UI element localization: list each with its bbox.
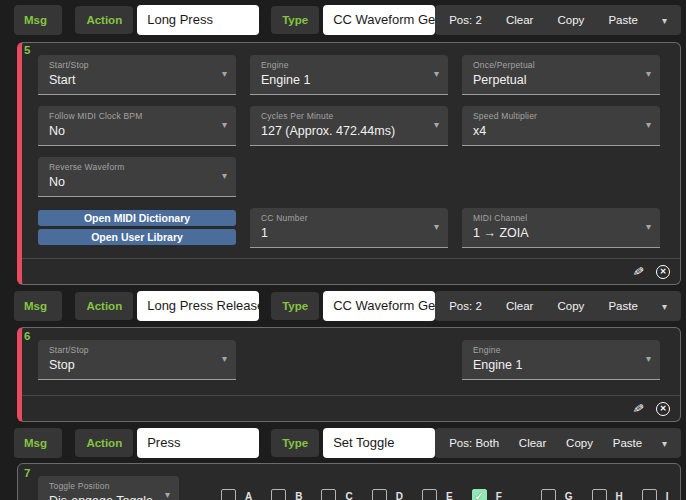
checkbox-box[interactable]: ✓ — [221, 489, 236, 500]
msg6-badge[interactable]: Msg 6 — [14, 291, 62, 321]
chevron-down-icon: ▾ — [434, 119, 439, 130]
msg5-footer: ✎ ✕ — [22, 258, 680, 284]
field-value: Engine 1 — [473, 358, 634, 372]
engine-select[interactable]: Engine Engine 1 ▾ — [462, 340, 660, 380]
checkbox-box[interactable]: ✓ — [372, 489, 387, 500]
msg6-action-pair: Action Long Press Release — [75, 291, 259, 321]
engine-select[interactable]: Engine Engine 1 ▾ — [250, 55, 448, 95]
checkbox-d[interactable]: ✓ D — [372, 489, 403, 500]
field-value: 127 (Approx. 472.44ms) — [261, 124, 422, 138]
checkbox-i[interactable]: ✓ I — [642, 489, 669, 500]
msg7-action-button[interactable]: Action — [75, 429, 133, 457]
msg5-badge[interactable]: Msg 5 — [14, 5, 62, 35]
msg5-clear-button[interactable]: Clear — [506, 14, 533, 26]
field-label: Follow MIDI Clock BPM — [49, 111, 210, 121]
checkbox-box[interactable]: ✓ — [271, 489, 286, 500]
field-label: Speed Multiplier — [473, 111, 634, 121]
checkbox-g[interactable]: ✓ G — [541, 489, 573, 500]
start-stop-select[interactable]: Start/Stop Stop ▾ — [38, 340, 236, 380]
msg7-panel: Toggle Position Dis-engage Toggle ▾ ✓ A … — [17, 463, 681, 500]
open-midi-dictionary-button[interactable]: Open MIDI Dictionary — [38, 210, 236, 226]
checkbox-box[interactable]: ✓ — [541, 489, 556, 500]
checkbox-box[interactable]: ✓ — [472, 489, 487, 500]
msg5-type-button[interactable]: Type — [271, 6, 319, 34]
field-label: Reverse Waveform — [49, 162, 210, 172]
checkbox-box[interactable]: ✓ — [422, 489, 437, 500]
checkbox-c[interactable]: ✓ C — [321, 489, 352, 500]
start-stop-select[interactable]: Start/Stop Start ▾ — [38, 55, 236, 95]
checkbox-label: B — [295, 491, 302, 500]
edit-pencil-icon[interactable]: ✎ — [632, 263, 645, 280]
checkbox-label: F — [496, 491, 502, 500]
checkbox-label: D — [396, 491, 403, 500]
checkbox-e[interactable]: ✓ E — [422, 489, 453, 500]
msg7-action-value[interactable]: Press — [137, 428, 259, 458]
msg6-clear-button[interactable]: Clear — [506, 300, 533, 312]
checkbox-f[interactable]: ✓ F — [472, 489, 502, 500]
msg5-panel: Start/Stop Start ▾ Engine Engine 1 ▾ Onc… — [17, 42, 681, 285]
checkbox-a[interactable]: ✓ A — [221, 489, 252, 500]
checkbox-label: H — [616, 491, 623, 500]
midi-channel-select[interactable]: MIDI Channel 1 → ZOIA ▾ — [462, 208, 660, 248]
field-value: Stop — [49, 358, 210, 372]
msg5-paste-button[interactable]: Paste — [608, 14, 637, 26]
delete-circle-x-icon[interactable]: ✕ — [656, 402, 670, 416]
checkbox-box[interactable]: ✓ — [321, 489, 336, 500]
msg6-paste-button[interactable]: Paste — [608, 300, 637, 312]
checkbox-box[interactable]: ✓ — [592, 489, 607, 500]
chevron-down-icon[interactable]: ▾ — [662, 301, 667, 312]
field-value: Perpetual — [473, 73, 634, 87]
field-label: Start/Stop — [49, 60, 210, 70]
chevron-down-icon: ▾ — [646, 68, 651, 79]
checkbox-box[interactable]: ✓ — [642, 489, 657, 500]
field-label: Engine — [261, 60, 422, 70]
checkbox-label: G — [565, 491, 573, 500]
msg7-type-pair: Type Set Toggle — [271, 428, 435, 458]
msg5-copy-button[interactable]: Copy — [557, 14, 584, 26]
field-value: Dis-engage Toggle — [49, 494, 153, 500]
msg5-action-button[interactable]: Action — [75, 6, 133, 34]
edit-pencil-icon[interactable]: ✎ — [632, 400, 645, 417]
chevron-down-icon: ▾ — [222, 353, 227, 364]
field-label: Cycles Per Minute — [261, 111, 422, 121]
msg7-type-value[interactable]: Set Toggle — [323, 428, 435, 458]
msg7-ops-bar: Pos: Both Clear Copy Paste ▾ — [435, 428, 681, 458]
chevron-down-icon[interactable]: ▾ — [662, 438, 667, 449]
msg7-type-button[interactable]: Type — [271, 429, 319, 457]
chevron-down-icon[interactable]: ▾ — [662, 15, 667, 26]
msg7-badge[interactable]: Msg 7 — [14, 428, 62, 458]
msg7-paste-button[interactable]: Paste — [613, 437, 642, 449]
follow-midi-clock-select[interactable]: Follow MIDI Clock BPM No ▾ — [38, 106, 236, 146]
spacer — [250, 157, 448, 197]
field-value: Start — [49, 73, 210, 87]
msg6-footer: ✎ ✕ — [22, 395, 680, 421]
msg6-type-button[interactable]: Type — [271, 292, 319, 320]
field-value: No — [49, 175, 210, 189]
msg6-type-pair: Type CC Waveform Gen — [271, 291, 435, 321]
field-value: 1 → ZOIA — [473, 226, 634, 240]
checkbox-b[interactable]: ✓ B — [271, 489, 302, 500]
msg7-copy-button[interactable]: Copy — [566, 437, 593, 449]
cycles-per-minute-select[interactable]: Cycles Per Minute 127 (Approx. 472.44ms)… — [250, 106, 448, 146]
checkbox-h[interactable]: ✓ H — [592, 489, 623, 500]
msg5-ops-bar: Pos: 2 Clear Copy Paste ▾ — [435, 5, 681, 35]
chevron-down-icon: ▾ — [646, 221, 651, 232]
cc-number-select[interactable]: CC Number 1 ▾ — [250, 208, 448, 248]
reverse-waveform-select[interactable]: Reverse Waveform No ▾ — [38, 157, 236, 197]
msg6-action-button[interactable]: Action — [75, 292, 133, 320]
msg5-action-value[interactable]: Long Press — [137, 5, 259, 35]
field-label: MIDI Channel — [473, 213, 634, 223]
msg5-type-value[interactable]: CC Waveform Gen — [323, 5, 435, 35]
msg6-copy-button[interactable]: Copy — [557, 300, 584, 312]
chevron-down-icon: ▾ — [165, 489, 170, 500]
msg6-action-value[interactable]: Long Press Release — [137, 291, 259, 321]
msg7-action-pair: Action Press — [75, 428, 259, 458]
speed-multiplier-select[interactable]: Speed Multiplier x4 ▾ — [462, 106, 660, 146]
chevron-down-icon: ▾ — [222, 119, 227, 130]
delete-circle-x-icon[interactable]: ✕ — [656, 265, 670, 279]
msg7-clear-button[interactable]: Clear — [519, 437, 546, 449]
open-user-library-button[interactable]: Open User Library — [38, 229, 236, 245]
toggle-position-select[interactable]: Toggle Position Dis-engage Toggle ▾ — [38, 476, 179, 500]
once-perpetual-select[interactable]: Once/Perpetual Perpetual ▾ — [462, 55, 660, 95]
msg6-type-value[interactable]: CC Waveform Gen — [323, 291, 435, 321]
